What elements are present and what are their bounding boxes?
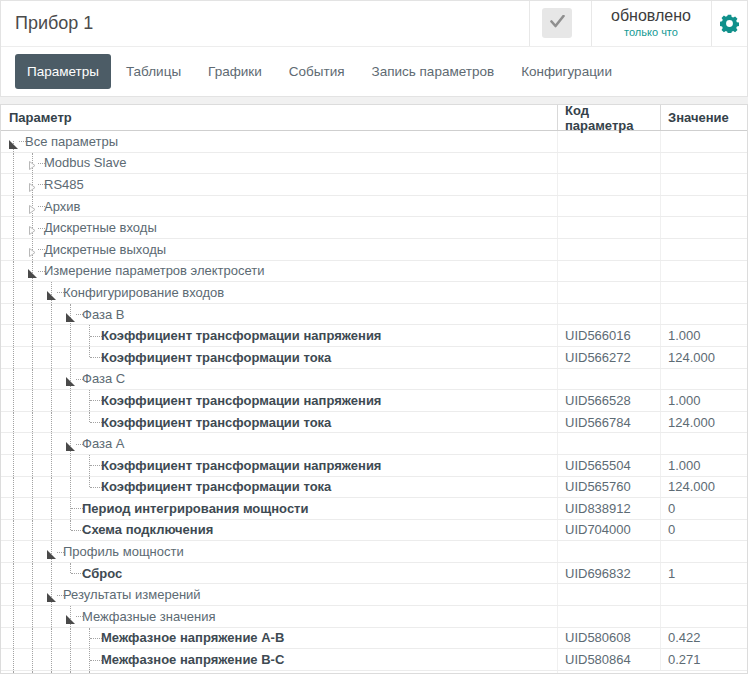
tree-guide [61, 606, 80, 627]
tree-row[interactable]: Коэффициент трансформации напряженияUID5… [1, 455, 747, 477]
param-cell: Дискретные выходы [1, 239, 558, 260]
tree-guide [23, 563, 42, 584]
tree-row[interactable]: Фаза A [1, 433, 747, 455]
tree-row[interactable]: Межфазные значения [1, 606, 747, 628]
param-value-cell: 0.271 [661, 649, 747, 670]
tree-collapsed-icon[interactable] [28, 245, 37, 254]
tree-guide [61, 498, 80, 519]
param-cell: Измерение параметров электросети [1, 261, 558, 282]
tree-node-label: Архив [44, 199, 80, 214]
tree-guide [42, 325, 61, 346]
param-code-cell [558, 606, 661, 627]
tree-guide [61, 563, 80, 584]
tree-collapsed-icon[interactable] [28, 223, 37, 232]
param-value-cell: 124.000 [661, 347, 747, 368]
tree-guide [4, 606, 23, 627]
tree-row[interactable]: Все параметры [1, 131, 747, 153]
tab-1[interactable]: Таблицы [114, 54, 193, 89]
param-code-cell [558, 153, 661, 174]
tab-2[interactable]: Графики [196, 54, 274, 89]
tree-node-label: Коэффициент трансформации тока [101, 350, 331, 365]
tree-row[interactable]: Коэффициент трансформации токаUID5662721… [1, 347, 747, 369]
tree-expanded-icon[interactable] [47, 547, 56, 556]
param-value-cell [661, 217, 747, 238]
tree-guide [61, 628, 80, 649]
tab-3[interactable]: События [277, 54, 357, 89]
tree-expanded-icon[interactable] [47, 288, 56, 297]
tree-node-label: Фаза C [82, 371, 125, 386]
tree-row[interactable]: Конфигурирование входов [1, 282, 747, 304]
tree-guide [4, 390, 23, 411]
tree-row[interactable]: Modbus Slave [1, 153, 747, 175]
tree-guide [61, 649, 80, 670]
tree-row[interactable]: Фаза B [1, 304, 747, 326]
tree-collapsed-icon[interactable] [28, 180, 37, 189]
param-value-cell: 1.000 [661, 325, 747, 346]
tree-collapsed-icon[interactable] [28, 202, 37, 211]
param-cell: Фаза B [1, 304, 558, 325]
tree-guide [80, 412, 99, 433]
tree-row[interactable]: Коэффициент трансформации напряженияUID5… [1, 325, 747, 347]
param-cell: Коэффициент трансформации тока [1, 477, 558, 498]
tree-row[interactable]: Коэффициент трансформации напряженияUID5… [1, 390, 747, 412]
tab-4[interactable]: Запись параметров [360, 54, 507, 89]
param-code-cell: UID566784 [558, 412, 661, 433]
param-cell: Период интегрирования мощности [1, 498, 558, 519]
tree-guide [4, 325, 23, 346]
tree-row[interactable]: Межфазное напряжение B-CUID5808640.271 [1, 649, 747, 671]
param-code-cell: UID704000 [558, 520, 661, 541]
tree-expanded-icon[interactable] [9, 137, 18, 146]
tree-node-label: Результаты измерений [63, 587, 201, 602]
tree-row[interactable]: Фаза C [1, 369, 747, 391]
tree-row[interactable]: Схема подключенияUID7040000 [1, 520, 747, 542]
tree-node-label: Коэффициент трансформации напряжения [101, 328, 381, 343]
column-header-value[interactable]: Значение [661, 105, 747, 130]
tree-expanded-icon[interactable] [66, 374, 75, 383]
tab-parameters[interactable]: Параметры [15, 54, 111, 89]
tree-row[interactable]: Межфазное напряжение A-BUID5806080.422 [1, 628, 747, 650]
tree-node-label: Период интегрирования мощности [82, 501, 308, 516]
column-header-parameter[interactable]: Параметр [1, 105, 558, 130]
tree-guide [4, 196, 23, 217]
tree-expanded-icon[interactable] [28, 266, 37, 275]
tree-guide [23, 325, 42, 346]
tree-guide [61, 390, 80, 411]
tree-guide [23, 261, 42, 282]
tree-expanded-icon[interactable] [66, 612, 75, 621]
param-value-cell [661, 541, 747, 562]
tree-guide [42, 369, 61, 390]
tree-row[interactable]: Коэффициент трансформации токаUID5657601… [1, 477, 747, 499]
confirm-button[interactable] [542, 8, 572, 38]
tree-row[interactable]: Коэффициент трансформации токаUID5667841… [1, 412, 747, 434]
tree-guide [61, 412, 80, 433]
settings-button[interactable] [720, 14, 739, 33]
tree-guide [4, 174, 23, 195]
status-text: обновлено [592, 5, 710, 26]
tree-expanded-icon[interactable] [66, 439, 75, 448]
tree-row[interactable]: RS485 [1, 174, 747, 196]
tree-row[interactable]: Период интегрирования мощностиUID8389120 [1, 498, 747, 520]
tree-row[interactable]: Измерение параметров электросети [1, 261, 747, 283]
tree-row[interactable]: Профиль мощности [1, 541, 747, 563]
tree-expanded-icon[interactable] [47, 590, 56, 599]
tree-node-label: Межфазное напряжение A-B [101, 630, 284, 645]
tree-row[interactable]: СбросUID6968321 [1, 563, 747, 585]
tree-collapsed-icon[interactable] [28, 158, 37, 167]
table-header: Параметр Код параметра Значение [1, 105, 747, 131]
tree-row[interactable]: Архив [1, 196, 747, 218]
tree-row[interactable]: Дискретные выходы [1, 239, 747, 261]
tree-guide [80, 477, 99, 498]
tree-guide [4, 153, 23, 174]
param-value-cell [661, 239, 747, 260]
tree-guide [23, 455, 42, 476]
column-header-code[interactable]: Код параметра [558, 105, 661, 130]
divider [529, 1, 530, 46]
tree-expanded-icon[interactable] [66, 310, 75, 319]
tree-row[interactable]: Дискретные входы [1, 217, 747, 239]
tree-row[interactable]: Результаты измерений [1, 584, 747, 606]
param-value-cell [661, 433, 747, 454]
tab-5[interactable]: Конфигурации [509, 54, 624, 89]
tree-guide [23, 217, 42, 238]
param-code-cell [558, 217, 661, 238]
param-code-cell [558, 304, 661, 325]
